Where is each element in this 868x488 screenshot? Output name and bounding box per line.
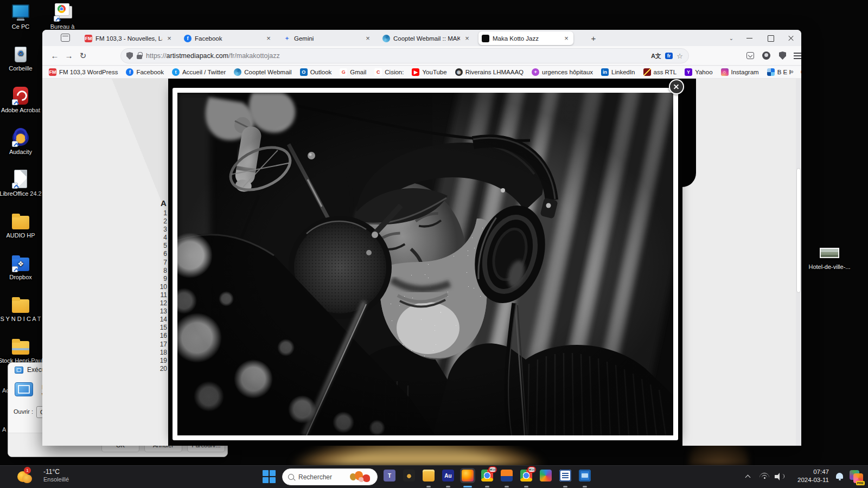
- app-icon: [423, 470, 435, 481]
- taskbar-app-libreoffice-writer[interactable]: [556, 466, 575, 488]
- desktop-icon-bureau[interactable]: Bureau à: [42, 2, 83, 30]
- bookmark-favicon: FM: [49, 68, 56, 76]
- volume-icon[interactable]: [775, 473, 783, 480]
- browser-tab[interactable]: f Facebook ×: [181, 31, 276, 45]
- minimize-button[interactable]: [739, 30, 760, 46]
- taskbar-search[interactable]: Rechercher: [282, 468, 378, 485]
- bookmark-item[interactable]: in LinkedIn: [601, 68, 635, 76]
- bookmark-item[interactable]: f Facebook: [126, 68, 164, 76]
- bookmark-label: Riverains LHMAAAQ: [465, 69, 524, 75]
- tab-close-icon[interactable]: ×: [265, 34, 272, 42]
- protections-shield-icon[interactable]: [774, 46, 790, 66]
- desktop-icon[interactable]: ❖ Adobe Acrobat: [0, 86, 44, 113]
- desktop-icon[interactable]: ❖ S Y N D I C A T: [0, 294, 44, 322]
- url-bar[interactable]: https://artistmediapack.com/fr/makakotto…: [120, 48, 689, 63]
- new-tab-button[interactable]: +: [588, 33, 599, 44]
- bookmark-item[interactable]: O Outlook: [300, 68, 332, 76]
- taskbar-app-file-explorer[interactable]: [419, 466, 438, 488]
- desktop-icon-label: LibreOffice 24.2: [0, 190, 44, 197]
- desktop-icon-label: Corbeille: [0, 65, 44, 72]
- browser-tab[interactable]: Maka Kotto Jazz ×: [478, 31, 573, 45]
- pocket-icon[interactable]: [742, 46, 758, 66]
- bookmark-item[interactable]: ▶ YouTube: [412, 68, 446, 76]
- taskbar-app-audacity[interactable]: Au: [438, 466, 458, 488]
- wifi-icon[interactable]: [760, 473, 769, 480]
- scrollbar-thumb[interactable]: [796, 168, 801, 293]
- clock-date[interactable]: 2024-03-11: [786, 477, 829, 483]
- desktop-icon[interactable]: ❖ LibreOffice 24.2: [0, 169, 44, 197]
- taskbar-app-chrome-profile-2[interactable]: M10: [516, 466, 536, 488]
- taskbar-app-paint[interactable]: [536, 466, 556, 488]
- tab-close-icon[interactable]: ×: [165, 34, 173, 42]
- browser-tab[interactable]: Cooptel Webmail :: MAKA KOTT ×: [379, 31, 474, 45]
- tab-close-icon[interactable]: ×: [364, 34, 372, 42]
- bookmark-favicon: G: [340, 68, 347, 76]
- desktop-icon[interactable]: ❖ Stock Henri-Paul: [0, 336, 44, 364]
- menu-hamburger-icon[interactable]: [789, 46, 801, 66]
- taskbar-app-remote-desktop[interactable]: [575, 466, 595, 488]
- browser-tab[interactable]: FM FM 103,3 - Nouvelles, La radio a ×: [81, 31, 176, 45]
- desktop-icon[interactable]: ❖ Corbeille: [0, 44, 44, 72]
- desktop-icon[interactable]: ❖ Ce PC: [0, 2, 44, 30]
- lightbox-close-icon[interactable]: [669, 79, 684, 94]
- weather-widget[interactable]: 1: [17, 469, 33, 484]
- back-button[interactable]: ←: [48, 51, 62, 60]
- firefox-view-icon[interactable]: [61, 34, 70, 42]
- page-heading-clipped: A: [161, 198, 169, 208]
- bookmark-item[interactable]: ✱ douanes: [799, 68, 801, 76]
- bookmark-item[interactable]: FM FM 103,3 WordPress: [49, 68, 118, 76]
- track-number: 3: [133, 226, 167, 234]
- track-number: 19: [133, 357, 167, 365]
- reload-button[interactable]: ↻: [76, 51, 90, 61]
- desktop-icon[interactable]: ❖ AUDIO HP: [0, 211, 44, 239]
- run-window-icon: [15, 367, 23, 374]
- screenshot-tool-icon[interactable]: PRE: [850, 470, 864, 484]
- desktop-icon-hotel[interactable]: Hotel-de-ville-...: [807, 245, 852, 270]
- taskbar-app-audio-app[interactable]: [399, 466, 419, 488]
- search-placeholder: Rechercher: [298, 473, 346, 481]
- track-number: 8: [133, 267, 167, 275]
- maximize-button[interactable]: [760, 30, 781, 46]
- forward-button[interactable]: →: [62, 51, 76, 60]
- taskbar-app-firefox[interactable]: [458, 466, 477, 488]
- tab-close-icon[interactable]: ×: [463, 34, 471, 42]
- list-all-tabs-icon[interactable]: ⌄: [723, 35, 739, 41]
- desktop-icon[interactable]: ❖ Audacity: [0, 127, 44, 155]
- bookmark-item[interactable]: B E I: [767, 68, 791, 76]
- bookmarks-overflow-chevron[interactable]: »: [790, 68, 794, 75]
- bookmark-item[interactable]: ◉ Riverains LHMAAAQ: [455, 68, 524, 76]
- start-button[interactable]: [263, 470, 276, 484]
- clock-time[interactable]: 07:47: [786, 468, 829, 475]
- taskbar-app-app-orange[interactable]: [497, 466, 516, 488]
- translate-icon[interactable]: A文: [651, 52, 661, 60]
- track-number: 4: [133, 234, 167, 242]
- bookmark-favicon: f: [126, 68, 133, 76]
- browser-tab[interactable]: ✦ Gemini ×: [280, 31, 375, 45]
- tab-close-icon[interactable]: ×: [563, 34, 570, 42]
- desktop-icon-glyph: ❖: [10, 211, 31, 231]
- bookmark-item[interactable]: C Cision:: [374, 68, 404, 76]
- close-window-button[interactable]: [781, 30, 801, 46]
- bookmark-item[interactable]: Cooptel Webmail: [234, 68, 291, 76]
- taskbar-app-chrome-profile-1[interactable]: M10: [477, 466, 497, 488]
- bookmark-item[interactable]: Y Yahoo: [685, 68, 712, 76]
- desktop-icon[interactable]: ❖ Dropbox: [0, 253, 44, 280]
- desktop-icon-column: ❖ Ce PC ❖ Corbeille ❖ Adobe Acrobat ❖ Au…: [0, 2, 44, 364]
- translate-language-badge: fr: [665, 53, 673, 59]
- bookmark-item[interactable]: G Gmail: [340, 68, 366, 76]
- tray-chevron-icon[interactable]: [745, 474, 750, 479]
- taskbar-app-teams[interactable]: T: [380, 466, 399, 488]
- app-icon: [501, 470, 513, 481]
- padlock-icon[interactable]: [137, 55, 142, 59]
- notifications-bell-icon[interactable]: [835, 472, 844, 480]
- account-avatar-icon[interactable]: [758, 46, 774, 66]
- bookmark-favicon: t: [172, 68, 180, 76]
- bookmark-star-icon[interactable]: ☆: [676, 52, 683, 60]
- bookmark-label: Outlook: [310, 69, 332, 75]
- bookmark-item[interactable]: t Accueil / Twitter: [172, 68, 226, 76]
- bookmark-item[interactable]: + urgences hôpitaux: [532, 68, 593, 76]
- tracking-shield-icon[interactable]: [126, 52, 133, 60]
- bookmark-item[interactable]: ass RTL: [643, 68, 677, 76]
- bookmark-item[interactable]: ○ Instagram: [721, 68, 759, 76]
- bookmark-favicon: [234, 68, 241, 76]
